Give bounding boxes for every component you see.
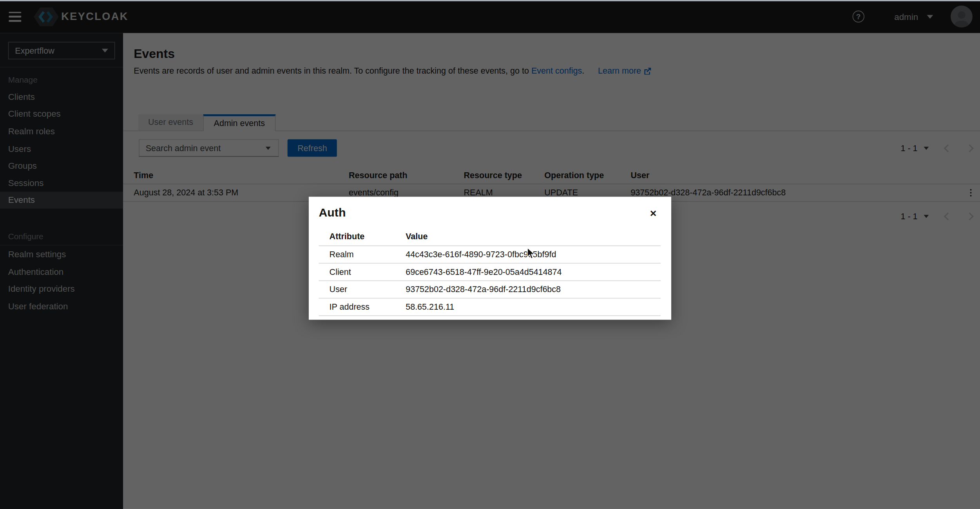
- attr-label: Realm: [319, 246, 395, 264]
- attr-header-row: Attribute Value: [319, 229, 660, 246]
- close-icon[interactable]: ✕: [648, 208, 658, 219]
- attr-label: IP address: [319, 298, 395, 316]
- attr-row-user: User 93752b02-d328-472a-96df-2211d9cf6bc…: [319, 281, 660, 298]
- attr-value: 93752b02-d328-472a-96df-2211d9cf6bc8: [395, 281, 661, 298]
- col-attribute: Attribute: [319, 229, 395, 246]
- modal-title: Auth: [319, 206, 661, 220]
- col-value: Value: [395, 229, 661, 246]
- window-top-edge: [0, 0, 980, 1]
- attr-row-ip: IP address 58.65.216.11: [319, 298, 660, 316]
- attribute-table: Attribute Value Realm 44c43c3e-616f-4890…: [319, 229, 660, 316]
- attr-label: Client: [319, 263, 395, 281]
- attr-value: 58.65.216.11: [395, 298, 661, 316]
- keycloak-admin-console: KEYCLOAK ? admin Expertflow Manage Clien…: [0, 0, 980, 509]
- mouse-cursor: [527, 247, 536, 260]
- attr-row-client: Client 69ce6743-6518-47ff-9e20-05a4d5414…: [319, 263, 660, 281]
- attr-label: User: [319, 281, 395, 298]
- attr-value: 69ce6743-6518-47ff-9e20-05a4d5414874: [395, 263, 661, 281]
- attr-row-realm: Realm 44c43c3e-616f-4890-9723-0fbc9e5bf9…: [319, 246, 660, 264]
- auth-dialog: Auth ✕ Attribute Value Realm 44c43c3e-61…: [309, 197, 671, 319]
